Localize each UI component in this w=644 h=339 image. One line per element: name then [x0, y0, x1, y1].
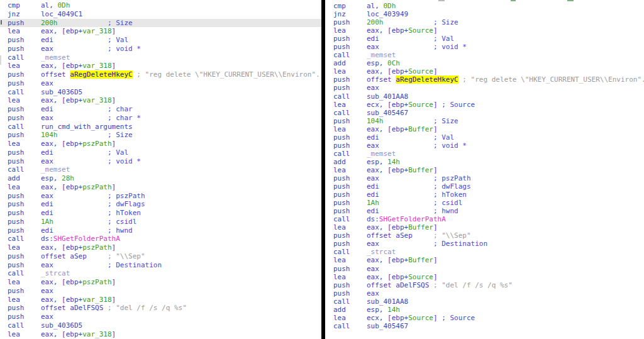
asm-line[interactable]: lea ecx, [ebp+Source] ; Source — [325, 314, 644, 322]
asm-line[interactable]: push 104h ; Size — [325, 117, 644, 125]
asm-line[interactable]: lea eax, [ebp+var_318] — [0, 62, 321, 70]
asm-line[interactable]: push 200h ; Size — [325, 18, 644, 26]
asm-line[interactable]: push edi ; Val — [0, 148, 321, 157]
asm-line[interactable]: lea eax, [ebp+pszPath] — [0, 243, 321, 252]
asm-line[interactable]: push eax ; void * — [325, 142, 644, 150]
asm-line[interactable]: call _strcat — [0, 269, 321, 278]
asm-line[interactable]: push eax ; void * — [325, 43, 644, 51]
asm-line[interactable]: add esp, 28h — [0, 174, 321, 183]
asm-line[interactable]: lea eax, [ebp+var_318] — [0, 330, 321, 339]
asm-line[interactable]: lea eax, [ebp+Buffer] — [325, 166, 644, 174]
asm-line[interactable]: lea eax, [ebp+var_318] — [0, 96, 321, 105]
asm-line[interactable]: push offset aDelFSQS ; "del /f /s /q %s" — [325, 281, 644, 289]
asm-line[interactable]: cmp al, 0Dh — [0, 1, 321, 10]
asm-line[interactable]: lea eax, [ebp+pszPath] — [0, 183, 321, 192]
asm-token: push offset aDelFSQS — [8, 304, 108, 312]
asm-line[interactable]: lea eax, [ebp+pszPath] — [0, 278, 321, 287]
asm-line[interactable]: push eax ; void * — [0, 45, 321, 53]
asm-token: ; Size — [108, 131, 133, 139]
asm-line[interactable]: add esp, 14h — [325, 158, 644, 166]
asm-line[interactable]: call sub_401AA8 — [325, 92, 644, 101]
asm-line[interactable]: call _strcat — [325, 248, 644, 256]
asm-line[interactable]: lea eax, [ebp+Buffer] — [325, 256, 644, 264]
asm-line[interactable]: push edi ; hwnd — [325, 207, 644, 215]
asm-token: push eax — [8, 192, 108, 200]
asm-line[interactable]: push eax ; void * — [0, 157, 321, 166]
asm-token: jnz loc_403949 — [333, 10, 408, 18]
asm-line[interactable]: push edi ; dwFlags — [0, 200, 321, 209]
asm-token: lea eax, [ebp+ — [8, 243, 82, 252]
asm-line[interactable]: push eax ; char * — [0, 114, 321, 123]
asm-line[interactable]: push offset aSep ; "\\Sep" — [0, 252, 321, 261]
asm-line[interactable]: push eax ; pszPath — [325, 174, 644, 182]
asm-line[interactable]: add esp, 0Ch — [325, 59, 644, 67]
asm-line[interactable]: push edi ; Val — [325, 133, 644, 142]
asm-token: push — [8, 131, 41, 139]
asm-line[interactable]: push offset aRegDeleteHkeyC ; "reg delet… — [0, 70, 321, 79]
asm-line[interactable]: push edi ; dwFlags — [325, 182, 644, 191]
asm-line[interactable]: push eax — [0, 287, 321, 296]
asm-line[interactable]: push 200h ; Size — [0, 19, 321, 28]
asm-line[interactable]: lea eax, [ebp+var_318] — [0, 27, 321, 36]
asm-token: push edi — [333, 182, 433, 191]
asm-token: ; Source — [441, 101, 475, 109]
asm-token: push edi — [8, 148, 108, 157]
asm-line[interactable]: call sub_401AA8 — [325, 297, 644, 306]
asm-line[interactable]: lea eax, [ebp+pszPath] — [0, 140, 321, 148]
asm-line[interactable]: call sub_4036D5 — [0, 321, 321, 330]
asm-token: push eax — [333, 289, 379, 297]
asm-token — [57, 131, 107, 139]
asm-line[interactable]: push edi ; hToken — [325, 191, 644, 199]
asm-line[interactable]: push offset aRegDeleteHkeyC ; "reg delet… — [325, 75, 644, 84]
asm-line[interactable]: call ds:SHGetFolderPathA — [325, 215, 644, 223]
asm-line[interactable]: lea eax, [ebp+Buffer] — [325, 223, 644, 231]
asm-line[interactable]: lea eax, [ebp+Buffer] — [325, 125, 644, 133]
asm-line[interactable]: push eax ; Destination — [0, 261, 321, 270]
asm-line[interactable]: lea eax, [ebp+var_318] — [0, 296, 321, 304]
asm-line[interactable]: lea eax, [ebp+Source] — [325, 273, 644, 281]
asm-token: 1Ah — [367, 199, 379, 207]
asm-line[interactable]: call sub_4036D5 — [0, 88, 321, 97]
asm-token: ] — [433, 273, 438, 281]
asm-token: add esp, — [333, 59, 387, 67]
asm-line[interactable]: call _memset — [0, 53, 321, 62]
asm-line[interactable]: lea eax, [ebp+Source] — [325, 26, 644, 35]
asm-token: push offset — [8, 70, 70, 79]
asm-line[interactable]: push 104h ; Size — [0, 131, 321, 140]
asm-line[interactable]: call sub_405467 — [325, 109, 644, 117]
asm-line[interactable]: push offset aSep ; "\\Sep" — [325, 231, 644, 240]
asm-line[interactable]: call run_cmd_with_arguments — [0, 123, 321, 131]
asm-line[interactable]: push eax — [0, 313, 321, 321]
asm-line[interactable]: push edi ; hwnd — [0, 226, 321, 235]
asm-line[interactable]: jnz loc_403949 — [325, 10, 644, 18]
asm-line[interactable]: jnz loc_4049C1 — [0, 10, 321, 19]
asm-line[interactable]: push eax — [325, 265, 644, 273]
asm-line[interactable]: push eax — [325, 84, 644, 92]
asm-line[interactable]: push eax ; Destination — [325, 240, 644, 248]
asm-line[interactable]: push edi ; Val — [325, 35, 644, 43]
asm-line[interactable]: add esp, 14h — [325, 306, 644, 314]
asm-line[interactable]: call ds:SHGetFolderPathA — [0, 235, 321, 243]
asm-line[interactable]: push edi ; char — [0, 105, 321, 114]
asm-line[interactable]: push offset aDelFSQS ; "del /f /s /q %s" — [0, 304, 321, 313]
asm-line[interactable]: push eax — [0, 79, 321, 88]
asm-token: call — [8, 269, 41, 277]
asm-line[interactable]: lea eax, [ebp+Source] — [325, 67, 644, 75]
asm-line[interactable]: call sub_405467 — [325, 322, 644, 330]
asm-token: push edi — [333, 35, 433, 43]
asm-line[interactable]: push eax — [325, 289, 644, 297]
asm-line[interactable]: push 1Ah ; csidl — [0, 218, 321, 226]
disassembly-pane-left[interactable]: cmp al, 0Dhjnz loc_4049C1push 200h ; Siz… — [0, 0, 321, 339]
asm-line[interactable]: push edi ; hToken — [0, 209, 321, 218]
asm-line[interactable]: push eax ; pszPath — [0, 192, 321, 201]
asm-line[interactable]: lea ecx, [ebp+Source] ; Source — [325, 101, 644, 109]
asm-token: var_318 — [82, 296, 111, 304]
asm-line[interactable]: push 1Ah ; csidl — [325, 199, 644, 207]
disassembly-pane-right[interactable]: cmp al, 0Dhjnz loc_403949push 200h ; Siz… — [325, 0, 644, 339]
asm-line[interactable]: call _memset — [325, 51, 644, 59]
asm-line[interactable]: push edi ; Val — [0, 36, 321, 45]
asm-line[interactable]: cmp al, 0Dh — [325, 2, 644, 10]
asm-line[interactable]: call _memset — [0, 165, 321, 174]
asm-line[interactable]: call _memset — [325, 150, 644, 158]
asm-token: ] — [112, 140, 116, 148]
